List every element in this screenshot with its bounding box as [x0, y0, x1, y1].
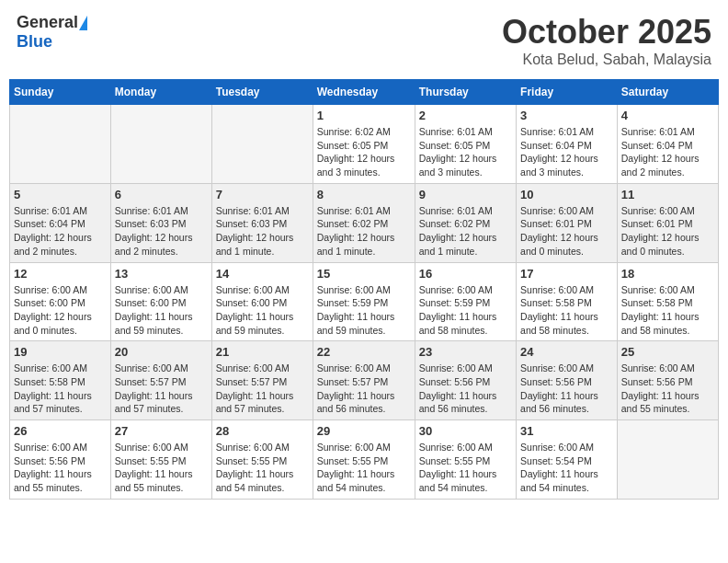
day-number: 31	[520, 424, 613, 438]
day-number: 21	[216, 345, 309, 359]
calendar-cell: 19Sunrise: 6:00 AM Sunset: 5:58 PM Dayli…	[10, 341, 111, 420]
day-info: Sunrise: 6:01 AM Sunset: 6:04 PM Dayligh…	[14, 204, 107, 259]
day-info: Sunrise: 6:00 AM Sunset: 5:55 PM Dayligh…	[419, 441, 512, 495]
day-info: Sunrise: 6:02 AM Sunset: 6:05 PM Dayligh…	[317, 125, 411, 179]
day-info: Sunrise: 6:01 AM Sunset: 6:02 PM Dayligh…	[419, 204, 512, 259]
day-info: Sunrise: 6:00 AM Sunset: 5:57 PM Dayligh…	[216, 362, 309, 416]
day-number: 26	[14, 424, 107, 438]
calendar-cell: 10Sunrise: 6:00 AM Sunset: 6:01 PM Dayli…	[517, 183, 618, 262]
logo-general-text: General	[17, 13, 78, 32]
calendar-cell: 27Sunrise: 6:00 AM Sunset: 5:55 PM Dayli…	[110, 420, 211, 500]
calendar-cell	[10, 105, 111, 184]
day-number: 24	[520, 345, 613, 359]
calendar-cell: 4Sunrise: 6:01 AM Sunset: 6:04 PM Daylig…	[617, 105, 718, 184]
calendar-week-row: 5Sunrise: 6:01 AM Sunset: 6:04 PM Daylig…	[10, 183, 719, 262]
day-info: Sunrise: 6:00 AM Sunset: 5:55 PM Dayligh…	[115, 441, 208, 495]
weekday-header-monday: Monday	[110, 80, 211, 105]
day-number: 19	[14, 345, 107, 359]
day-number: 7	[216, 188, 309, 201]
day-number: 18	[621, 267, 714, 281]
day-info: Sunrise: 6:00 AM Sunset: 6:00 PM Dayligh…	[216, 283, 309, 338]
calendar-cell: 7Sunrise: 6:01 AM Sunset: 6:03 PM Daylig…	[211, 183, 313, 262]
calendar-cell: 14Sunrise: 6:00 AM Sunset: 6:00 PM Dayli…	[211, 262, 313, 341]
day-info: Sunrise: 6:00 AM Sunset: 6:01 PM Dayligh…	[520, 204, 613, 259]
day-info: Sunrise: 6:00 AM Sunset: 5:57 PM Dayligh…	[317, 362, 411, 416]
calendar-cell: 24Sunrise: 6:00 AM Sunset: 5:56 PM Dayli…	[517, 341, 618, 420]
day-number: 16	[419, 267, 512, 281]
day-info: Sunrise: 6:00 AM Sunset: 5:59 PM Dayligh…	[419, 283, 512, 338]
day-number: 11	[621, 188, 714, 201]
calendar-cell: 2Sunrise: 6:01 AM Sunset: 6:05 PM Daylig…	[415, 105, 516, 184]
calendar-cell: 21Sunrise: 6:00 AM Sunset: 5:57 PM Dayli…	[211, 341, 313, 420]
calendar-cell: 23Sunrise: 6:00 AM Sunset: 5:56 PM Dayli…	[415, 341, 516, 420]
calendar-cell: 6Sunrise: 6:01 AM Sunset: 6:03 PM Daylig…	[110, 183, 211, 262]
day-info: Sunrise: 6:00 AM Sunset: 5:56 PM Dayligh…	[14, 441, 107, 495]
day-info: Sunrise: 6:00 AM Sunset: 5:56 PM Dayligh…	[520, 362, 613, 416]
day-number: 2	[419, 109, 512, 122]
calendar-week-row: 26Sunrise: 6:00 AM Sunset: 5:56 PM Dayli…	[10, 420, 719, 500]
calendar-cell	[211, 105, 313, 184]
day-number: 6	[115, 188, 208, 201]
day-number: 27	[115, 424, 208, 438]
weekday-header-wednesday: Wednesday	[313, 80, 415, 105]
calendar-cell: 12Sunrise: 6:00 AM Sunset: 6:00 PM Dayli…	[10, 262, 111, 341]
calendar-cell: 8Sunrise: 6:01 AM Sunset: 6:02 PM Daylig…	[313, 183, 415, 262]
day-info: Sunrise: 6:00 AM Sunset: 6:00 PM Dayligh…	[14, 283, 107, 338]
calendar-cell: 13Sunrise: 6:00 AM Sunset: 6:00 PM Dayli…	[110, 262, 211, 341]
day-number: 3	[520, 109, 613, 122]
calendar-cell: 11Sunrise: 6:00 AM Sunset: 6:01 PM Dayli…	[617, 183, 718, 262]
day-info: Sunrise: 6:00 AM Sunset: 5:54 PM Dayligh…	[520, 441, 613, 495]
calendar-cell: 30Sunrise: 6:00 AM Sunset: 5:55 PM Dayli…	[415, 420, 516, 500]
day-number: 5	[14, 188, 107, 201]
day-info: Sunrise: 6:00 AM Sunset: 5:55 PM Dayligh…	[216, 441, 309, 495]
day-info: Sunrise: 6:00 AM Sunset: 5:58 PM Dayligh…	[621, 283, 714, 338]
location: Kota Belud, Sabah, Malaysia	[502, 52, 711, 68]
day-number: 23	[419, 345, 512, 359]
day-number: 12	[14, 267, 107, 281]
day-info: Sunrise: 6:00 AM Sunset: 6:00 PM Dayligh…	[115, 283, 208, 338]
logo-blue-text: Blue	[17, 32, 52, 52]
weekday-header-sunday: Sunday	[10, 80, 111, 105]
calendar-week-row: 12Sunrise: 6:00 AM Sunset: 6:00 PM Dayli…	[10, 262, 719, 341]
day-info: Sunrise: 6:01 AM Sunset: 6:03 PM Dayligh…	[216, 204, 309, 259]
calendar-table: SundayMondayTuesdayWednesdayThursdayFrid…	[9, 79, 719, 500]
calendar-cell: 16Sunrise: 6:00 AM Sunset: 5:59 PM Dayli…	[415, 262, 516, 341]
calendar-cell: 29Sunrise: 6:00 AM Sunset: 5:55 PM Dayli…	[313, 420, 415, 500]
calendar-cell: 26Sunrise: 6:00 AM Sunset: 5:56 PM Dayli…	[10, 420, 111, 500]
weekday-header-friday: Friday	[517, 80, 618, 105]
calendar-cell: 15Sunrise: 6:00 AM Sunset: 5:59 PM Dayli…	[313, 262, 415, 341]
day-info: Sunrise: 6:01 AM Sunset: 6:02 PM Dayligh…	[317, 204, 411, 259]
day-info: Sunrise: 6:01 AM Sunset: 6:04 PM Dayligh…	[520, 125, 613, 179]
day-info: Sunrise: 6:00 AM Sunset: 5:58 PM Dayligh…	[520, 283, 613, 338]
day-number: 15	[317, 267, 411, 281]
day-number: 14	[216, 267, 309, 281]
day-number: 20	[115, 345, 208, 359]
logo: General Blue	[17, 13, 87, 52]
day-info: Sunrise: 6:00 AM Sunset: 5:57 PM Dayligh…	[115, 362, 208, 416]
day-number: 8	[317, 188, 411, 201]
day-info: Sunrise: 6:00 AM Sunset: 5:58 PM Dayligh…	[14, 362, 107, 416]
weekday-header-thursday: Thursday	[415, 80, 516, 105]
calendar-cell: 20Sunrise: 6:00 AM Sunset: 5:57 PM Dayli…	[110, 341, 211, 420]
weekday-header-saturday: Saturday	[617, 80, 718, 105]
page-header: General Blue October 2025 Kota Belud, Sa…	[9, 9, 719, 72]
calendar-cell: 17Sunrise: 6:00 AM Sunset: 5:58 PM Dayli…	[517, 262, 618, 341]
calendar-cell: 18Sunrise: 6:00 AM Sunset: 5:58 PM Dayli…	[617, 262, 718, 341]
calendar-cell: 5Sunrise: 6:01 AM Sunset: 6:04 PM Daylig…	[10, 183, 111, 262]
calendar-cell: 28Sunrise: 6:00 AM Sunset: 5:55 PM Dayli…	[211, 420, 313, 500]
day-info: Sunrise: 6:00 AM Sunset: 5:59 PM Dayligh…	[317, 283, 411, 338]
day-number: 28	[216, 424, 309, 438]
day-number: 29	[317, 424, 411, 438]
day-info: Sunrise: 6:01 AM Sunset: 6:03 PM Dayligh…	[115, 204, 208, 259]
day-info: Sunrise: 6:00 AM Sunset: 5:56 PM Dayligh…	[419, 362, 512, 416]
day-number: 17	[520, 267, 613, 281]
day-info: Sunrise: 6:00 AM Sunset: 5:56 PM Dayligh…	[621, 362, 714, 416]
day-number: 9	[419, 188, 512, 201]
calendar-week-row: 1Sunrise: 6:02 AM Sunset: 6:05 PM Daylig…	[10, 105, 719, 184]
calendar-cell: 31Sunrise: 6:00 AM Sunset: 5:54 PM Dayli…	[517, 420, 618, 500]
calendar-cell: 25Sunrise: 6:00 AM Sunset: 5:56 PM Dayli…	[617, 341, 718, 420]
logo-arrow-icon	[79, 16, 87, 30]
calendar-cell: 1Sunrise: 6:02 AM Sunset: 6:05 PM Daylig…	[313, 105, 415, 184]
day-number: 25	[621, 345, 714, 359]
calendar-cell: 22Sunrise: 6:00 AM Sunset: 5:57 PM Dayli…	[313, 341, 415, 420]
